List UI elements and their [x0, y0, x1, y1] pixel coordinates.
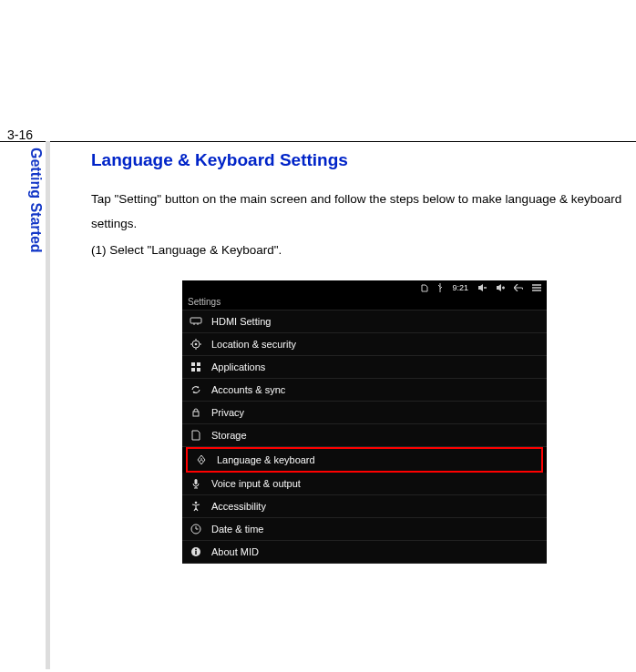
settings-item-label: Storage — [211, 430, 247, 441]
svg-text:A: A — [200, 457, 203, 463]
settings-item-hdmi[interactable]: HDMI Setting — [182, 311, 547, 333]
settings-item-label: Date & time — [211, 524, 263, 535]
highlighted-selection: A Language & keyboard — [186, 447, 543, 473]
main-content: Language & Keyboard Settings Tap "Settin… — [91, 150, 636, 564]
svg-point-27 — [195, 549, 197, 551]
settings-item-about[interactable]: About MID — [182, 541, 547, 564]
back-icon — [514, 284, 523, 291]
keyboard-icon: A — [195, 453, 208, 466]
page-header-rule — [0, 141, 636, 142]
accessibility-icon — [190, 500, 202, 513]
svg-point-22 — [195, 502, 198, 504]
menu-icon — [532, 284, 541, 291]
settings-header: Settings — [182, 295, 547, 311]
section-title: Language & Keyboard Settings — [91, 150, 636, 170]
settings-item-location-security[interactable]: Location & security — [182, 333, 547, 356]
settings-item-label: HDMI Setting — [211, 316, 271, 327]
hdmi-icon — [190, 315, 202, 328]
intro-paragraph: Tap "Setting" button on the main screen … — [91, 187, 636, 236]
svg-rect-17 — [191, 368, 195, 372]
settings-item-label: Language & keyboard — [217, 454, 315, 465]
settings-item-label: Accessibility — [211, 501, 266, 512]
settings-item-label: Accounts & sync — [211, 384, 285, 395]
settings-item-storage[interactable]: Storage — [182, 424, 547, 447]
settings-item-accounts-sync[interactable]: Accounts & sync — [182, 379, 547, 402]
svg-rect-21 — [195, 479, 198, 484]
sidebar-accent-bar — [46, 141, 50, 669]
settings-item-label: Privacy — [211, 407, 244, 418]
embedded-screenshot: 9:21 Settings HDMI Setting — [182, 280, 547, 564]
settings-item-privacy[interactable]: Privacy — [182, 402, 547, 424]
volume-down-icon — [477, 284, 487, 291]
status-time: 9:21 — [452, 283, 468, 292]
svg-rect-6 — [190, 318, 201, 323]
svg-rect-18 — [197, 368, 200, 372]
sync-icon — [190, 383, 202, 396]
clock-icon — [190, 523, 202, 535]
sdcard-icon — [421, 284, 428, 292]
status-bar: 9:21 — [182, 280, 547, 295]
settings-item-voice-io[interactable]: Voice input & output — [182, 473, 547, 495]
settings-item-language-keyboard[interactable]: A Language & keyboard — [188, 449, 541, 471]
voice-icon — [190, 477, 202, 490]
svg-rect-15 — [191, 362, 195, 366]
settings-item-label: About MID — [211, 546, 259, 557]
settings-item-label: Voice input & output — [211, 478, 301, 489]
settings-item-date-time[interactable]: Date & time — [182, 518, 547, 541]
svg-point-10 — [195, 343, 198, 346]
applications-icon — [190, 361, 202, 373]
volume-up-icon — [496, 284, 505, 291]
storage-icon — [190, 429, 202, 442]
usb-icon — [437, 283, 443, 292]
settings-item-applications[interactable]: Applications — [182, 356, 547, 379]
settings-item-accessibility[interactable]: Accessibility — [182, 495, 547, 518]
svg-rect-28 — [195, 551, 196, 555]
settings-item-label: Location & security — [211, 339, 296, 350]
svg-rect-16 — [197, 362, 200, 366]
settings-list: HDMI Setting Location & security Applica… — [182, 311, 547, 564]
step-1-text: (1) Select "Language & Keyboard". — [91, 238, 636, 262]
info-icon — [190, 545, 202, 558]
location-icon — [190, 338, 202, 351]
settings-item-label: Applications — [211, 361, 265, 372]
privacy-icon — [190, 406, 202, 419]
sidebar-section-label: Getting Started — [27, 148, 44, 253]
svg-rect-19 — [193, 412, 199, 416]
page-number: 3-16 — [7, 127, 33, 142]
